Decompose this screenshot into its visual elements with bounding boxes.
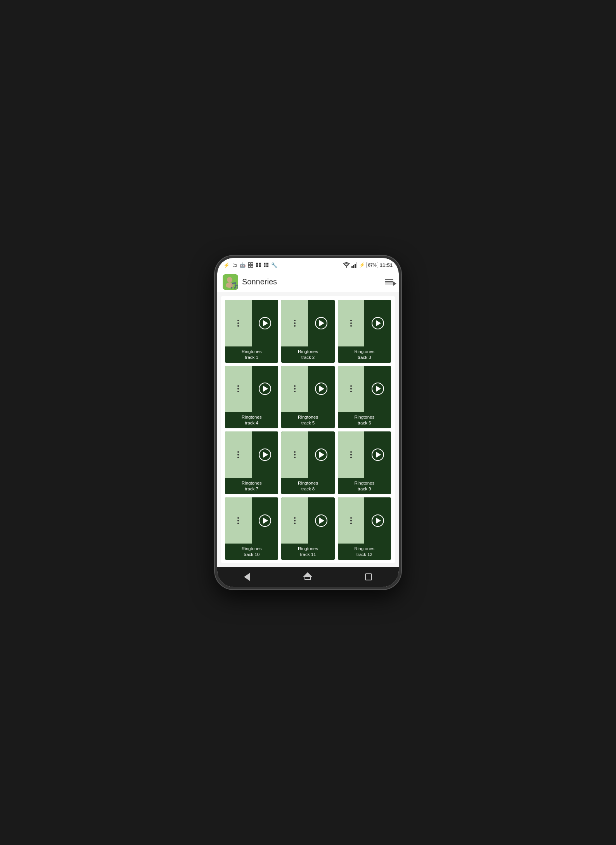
track-play-button-5[interactable]: [315, 383, 327, 395]
app-icon-image: 🎵: [223, 274, 238, 290]
play-icon-5: [319, 386, 324, 392]
track-play-button-8[interactable]: [315, 448, 327, 461]
dot1: [237, 385, 239, 387]
track-card-top-10: [225, 497, 278, 544]
track-top-left-10: [225, 497, 252, 544]
svg-rect-21: [223, 274, 238, 290]
home-button[interactable]: [304, 574, 311, 580]
grid-icon-3: [263, 262, 269, 268]
track-label-4: Ringtonestrack 4: [225, 412, 278, 428]
svg-rect-4: [256, 263, 258, 265]
menu-line-2: [385, 281, 393, 282]
svg-rect-19: [355, 264, 356, 268]
playlist-menu-button[interactable]: [385, 279, 393, 285]
track-card-5[interactable]: Ringtonestrack 5: [281, 366, 334, 429]
track-options-9[interactable]: [350, 451, 352, 458]
track-card-12[interactable]: Ringtonestrack 12: [338, 497, 391, 560]
track-card-4[interactable]: Ringtonestrack 4: [225, 366, 278, 429]
track-label-11: Ringtonestrack 11: [281, 544, 334, 560]
play-icon-8: [319, 452, 324, 458]
svg-rect-8: [264, 263, 265, 264]
track-options-3[interactable]: [350, 320, 352, 327]
track-card-top-5: [281, 366, 334, 412]
dot2: [294, 388, 296, 390]
tracks-grid: Ringtonestrack 1 Ringtonestrack 2: [221, 296, 395, 563]
dot2: [294, 322, 296, 324]
svg-rect-20: [356, 262, 357, 268]
dot3: [350, 325, 352, 327]
track-top-right-1: [252, 300, 279, 346]
svg-rect-5: [259, 263, 261, 265]
track-top-right-2: [308, 300, 335, 346]
status-icons-left: ⚡ 🗂 🤖: [223, 262, 277, 268]
track-options-1[interactable]: [237, 320, 239, 327]
track-card-2[interactable]: Ringtonestrack 2: [281, 300, 334, 363]
track-card-top-4: [225, 366, 278, 412]
track-card-10[interactable]: Ringtonestrack 10: [225, 497, 278, 560]
track-top-left-1: [225, 300, 252, 346]
back-button[interactable]: [244, 573, 250, 581]
play-icon-7: [263, 452, 268, 458]
app-header: 🎵 Sonneries: [217, 272, 399, 292]
svg-rect-12: [266, 265, 267, 266]
sdcard-icon: 🗂: [232, 262, 237, 268]
track-options-7[interactable]: [237, 451, 239, 458]
app-header-left: 🎵 Sonneries: [223, 274, 277, 290]
track-play-button-12[interactable]: [372, 514, 384, 527]
track-options-4[interactable]: [237, 385, 239, 392]
track-options-5[interactable]: [294, 385, 296, 392]
track-play-button-9[interactable]: [372, 448, 384, 461]
track-card-top-11: [281, 497, 334, 544]
track-play-button-6[interactable]: [372, 383, 384, 395]
track-top-left-4: [225, 366, 252, 412]
dot1: [350, 517, 352, 519]
track-options-12[interactable]: [350, 517, 352, 524]
track-options-2[interactable]: [294, 320, 296, 327]
track-card-top-1: [225, 300, 278, 346]
usb-icon: ⚡: [223, 262, 230, 268]
track-play-button-11[interactable]: [315, 514, 327, 527]
track-card-7[interactable]: Ringtonestrack 7: [225, 431, 278, 494]
svg-rect-6: [256, 265, 258, 267]
track-card-11[interactable]: Ringtonestrack 11: [281, 497, 334, 560]
track-label-5: Ringtonestrack 5: [281, 412, 334, 428]
track-play-button-3[interactable]: [372, 317, 384, 329]
track-play-button-7[interactable]: [259, 448, 271, 461]
svg-rect-0: [248, 263, 250, 265]
play-icon-12: [376, 518, 381, 524]
track-options-8[interactable]: [294, 451, 296, 458]
recent-apps-icon: [365, 573, 372, 580]
track-options-10[interactable]: [237, 517, 239, 524]
svg-rect-11: [264, 265, 265, 266]
dot2: [237, 322, 239, 324]
phone-screen: ⚡ 🗂 🤖: [217, 258, 399, 587]
dot3: [350, 457, 352, 458]
charging-icon: ⚡: [359, 262, 365, 268]
track-card-3[interactable]: Ringtonestrack 3: [338, 300, 391, 363]
track-play-button-10[interactable]: [259, 514, 271, 527]
dot2: [350, 322, 352, 324]
dot3: [237, 391, 239, 392]
svg-rect-14: [264, 266, 265, 267]
track-options-11[interactable]: [294, 517, 296, 524]
svg-point-22: [227, 277, 232, 282]
wifi-icon: [343, 262, 350, 268]
dot3: [294, 325, 296, 327]
signal-icon: [351, 262, 358, 268]
grid-icon-1: [248, 262, 253, 268]
track-label-12: Ringtonestrack 12: [338, 544, 391, 560]
dot1: [237, 320, 239, 321]
track-card-9[interactable]: Ringtonestrack 9: [338, 431, 391, 494]
track-card-8[interactable]: Ringtonestrack 8: [281, 431, 334, 494]
track-options-6[interactable]: [350, 385, 352, 392]
track-card-6[interactable]: Ringtonestrack 6: [338, 366, 391, 429]
dot2: [294, 520, 296, 521]
play-icon-9: [376, 452, 381, 458]
track-top-right-11: [308, 497, 335, 544]
recent-apps-button[interactable]: [365, 573, 372, 580]
track-label-2: Ringtonestrack 2: [281, 346, 334, 363]
track-play-button-2[interactable]: [315, 317, 327, 329]
track-play-button-1[interactable]: [259, 317, 271, 329]
track-card-1[interactable]: Ringtonestrack 1: [225, 300, 278, 363]
track-play-button-4[interactable]: [259, 383, 271, 395]
